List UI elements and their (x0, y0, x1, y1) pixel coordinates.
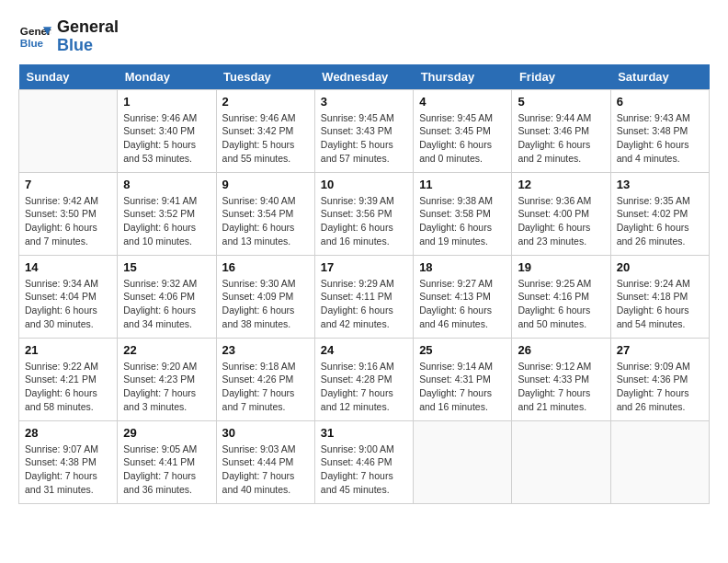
logo-general: General (57, 18, 119, 37)
day-number: 2 (222, 95, 309, 109)
weekday-header-tuesday: Tuesday (216, 64, 314, 90)
day-info: Sunrise: 9:12 AM Sunset: 4:33 PM Dayligh… (518, 360, 604, 414)
weekday-header-friday: Friday (512, 64, 610, 90)
day-number: 10 (321, 178, 407, 191)
calendar-table: SundayMondayTuesdayWednesdayThursdayFrid… (18, 64, 710, 504)
day-info: Sunrise: 9:44 AM Sunset: 3:46 PM Dayligh… (518, 111, 604, 166)
day-number: 7 (25, 178, 111, 191)
day-info: Sunrise: 9:39 AM Sunset: 3:56 PM Dayligh… (321, 194, 407, 248)
day-number: 31 (321, 426, 407, 440)
day-number: 17 (321, 260, 407, 274)
day-info: Sunrise: 9:45 AM Sunset: 3:43 PM Dayligh… (321, 111, 407, 166)
calendar-cell: 6Sunrise: 9:43 AM Sunset: 3:48 PM Daylig… (610, 89, 709, 172)
day-number: 21 (25, 343, 111, 357)
calendar-cell: 18Sunrise: 9:27 AM Sunset: 4:13 PM Dayli… (414, 255, 512, 338)
day-number: 6 (617, 95, 703, 109)
calendar-cell: 12Sunrise: 9:36 AM Sunset: 4:00 PM Dayli… (512, 172, 610, 255)
calendar-cell: 29Sunrise: 9:05 AM Sunset: 4:41 PM Dayli… (118, 420, 216, 503)
day-info: Sunrise: 9:22 AM Sunset: 4:21 PM Dayligh… (25, 360, 111, 414)
day-number: 23 (222, 343, 309, 357)
calendar-cell: 17Sunrise: 9:29 AM Sunset: 4:11 PM Dayli… (314, 255, 413, 338)
day-info: Sunrise: 9:24 AM Sunset: 4:18 PM Dayligh… (617, 277, 703, 331)
day-number: 8 (123, 178, 210, 191)
day-number: 16 (222, 260, 309, 274)
weekday-header-monday: Monday (118, 64, 216, 90)
calendar-cell: 14Sunrise: 9:34 AM Sunset: 4:04 PM Dayli… (19, 255, 118, 338)
day-info: Sunrise: 9:03 AM Sunset: 4:44 PM Dayligh… (222, 442, 309, 497)
calendar-cell (512, 420, 610, 503)
weekday-header-thursday: Thursday (414, 64, 512, 90)
day-info: Sunrise: 9:14 AM Sunset: 4:31 PM Dayligh… (419, 360, 506, 414)
day-number: 3 (321, 95, 407, 109)
day-number: 24 (321, 343, 407, 357)
day-info: Sunrise: 9:34 AM Sunset: 4:04 PM Dayligh… (25, 277, 111, 331)
calendar-cell: 21Sunrise: 9:22 AM Sunset: 4:21 PM Dayli… (19, 338, 118, 420)
day-info: Sunrise: 9:43 AM Sunset: 3:48 PM Dayligh… (617, 111, 703, 166)
day-info: Sunrise: 9:42 AM Sunset: 3:50 PM Dayligh… (25, 194, 111, 248)
calendar-cell: 16Sunrise: 9:30 AM Sunset: 4:09 PM Dayli… (216, 255, 314, 338)
weekday-header-saturday: Saturday (610, 64, 709, 90)
day-info: Sunrise: 9:38 AM Sunset: 3:58 PM Dayligh… (419, 194, 506, 248)
page-header: General Blue General Blue (18, 18, 710, 55)
day-number: 27 (617, 343, 703, 357)
day-info: Sunrise: 9:00 AM Sunset: 4:46 PM Dayligh… (321, 442, 407, 497)
calendar-cell: 27Sunrise: 9:09 AM Sunset: 4:36 PM Dayli… (610, 338, 709, 420)
day-number: 13 (617, 178, 703, 191)
day-info: Sunrise: 9:07 AM Sunset: 4:38 PM Dayligh… (25, 442, 111, 497)
day-number: 20 (617, 260, 703, 274)
calendar-cell: 13Sunrise: 9:35 AM Sunset: 4:02 PM Dayli… (610, 172, 709, 255)
day-number: 9 (222, 178, 309, 191)
calendar-week-4: 21Sunrise: 9:22 AM Sunset: 4:21 PM Dayli… (19, 338, 710, 420)
day-info: Sunrise: 9:25 AM Sunset: 4:16 PM Dayligh… (518, 277, 604, 331)
calendar-week-3: 14Sunrise: 9:34 AM Sunset: 4:04 PM Dayli… (19, 255, 710, 338)
weekday-header-sunday: Sunday (19, 64, 118, 90)
day-number: 15 (123, 260, 210, 274)
calendar-cell: 24Sunrise: 9:16 AM Sunset: 4:28 PM Dayli… (314, 338, 413, 420)
day-number: 26 (518, 343, 604, 357)
calendar-cell: 8Sunrise: 9:41 AM Sunset: 3:52 PM Daylig… (118, 172, 216, 255)
logo: General Blue General Blue (18, 18, 119, 55)
calendar-week-1: 1Sunrise: 9:46 AM Sunset: 3:40 PM Daylig… (19, 89, 710, 172)
day-number: 5 (518, 95, 604, 109)
day-info: Sunrise: 9:45 AM Sunset: 3:45 PM Dayligh… (419, 111, 506, 166)
day-number: 28 (25, 426, 111, 440)
day-info: Sunrise: 9:16 AM Sunset: 4:28 PM Dayligh… (321, 360, 407, 414)
day-info: Sunrise: 9:29 AM Sunset: 4:11 PM Dayligh… (321, 277, 407, 331)
logo-icon: General Blue (18, 20, 51, 53)
day-info: Sunrise: 9:40 AM Sunset: 3:54 PM Dayligh… (222, 194, 309, 248)
day-info: Sunrise: 9:41 AM Sunset: 3:52 PM Dayligh… (123, 194, 210, 248)
calendar-cell: 26Sunrise: 9:12 AM Sunset: 4:33 PM Dayli… (512, 338, 610, 420)
day-info: Sunrise: 9:46 AM Sunset: 3:40 PM Dayligh… (123, 111, 210, 166)
day-info: Sunrise: 9:32 AM Sunset: 4:06 PM Dayligh… (123, 277, 210, 331)
logo-blue: Blue (57, 37, 119, 55)
calendar-cell: 15Sunrise: 9:32 AM Sunset: 4:06 PM Dayli… (118, 255, 216, 338)
svg-text:Blue: Blue (20, 37, 44, 49)
day-number: 22 (123, 343, 210, 357)
calendar-cell: 11Sunrise: 9:38 AM Sunset: 3:58 PM Dayli… (414, 172, 512, 255)
day-number: 4 (419, 95, 506, 109)
calendar-cell: 22Sunrise: 9:20 AM Sunset: 4:23 PM Dayli… (118, 338, 216, 420)
calendar-cell (610, 420, 709, 503)
day-number: 14 (25, 260, 111, 274)
calendar-cell: 20Sunrise: 9:24 AM Sunset: 4:18 PM Dayli… (610, 255, 709, 338)
calendar-cell (414, 420, 512, 503)
calendar-cell: 1Sunrise: 9:46 AM Sunset: 3:40 PM Daylig… (118, 89, 216, 172)
day-number: 29 (123, 426, 210, 440)
day-info: Sunrise: 9:30 AM Sunset: 4:09 PM Dayligh… (222, 277, 309, 331)
calendar-cell: 30Sunrise: 9:03 AM Sunset: 4:44 PM Dayli… (216, 420, 314, 503)
day-number: 25 (419, 343, 506, 357)
calendar-cell: 23Sunrise: 9:18 AM Sunset: 4:26 PM Dayli… (216, 338, 314, 420)
calendar-cell: 9Sunrise: 9:40 AM Sunset: 3:54 PM Daylig… (216, 172, 314, 255)
day-number: 18 (419, 260, 506, 274)
day-number: 1 (123, 95, 210, 109)
calendar-cell: 31Sunrise: 9:00 AM Sunset: 4:46 PM Dayli… (314, 420, 413, 503)
calendar-cell: 2Sunrise: 9:46 AM Sunset: 3:42 PM Daylig… (216, 89, 314, 172)
day-info: Sunrise: 9:18 AM Sunset: 4:26 PM Dayligh… (222, 360, 309, 414)
calendar-week-5: 28Sunrise: 9:07 AM Sunset: 4:38 PM Dayli… (19, 420, 710, 503)
day-number: 19 (518, 260, 604, 274)
calendar-cell: 19Sunrise: 9:25 AM Sunset: 4:16 PM Dayli… (512, 255, 610, 338)
day-info: Sunrise: 9:35 AM Sunset: 4:02 PM Dayligh… (617, 194, 703, 248)
weekday-header-wednesday: Wednesday (314, 64, 413, 90)
calendar-cell: 10Sunrise: 9:39 AM Sunset: 3:56 PM Dayli… (314, 172, 413, 255)
day-info: Sunrise: 9:09 AM Sunset: 4:36 PM Dayligh… (617, 360, 703, 414)
